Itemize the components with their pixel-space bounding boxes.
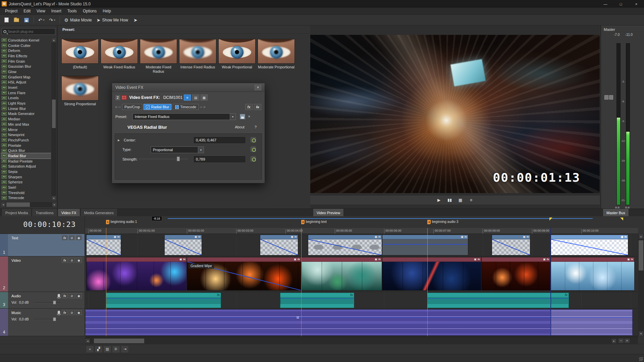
track-header-video[interactable]: 2 Video fx ⊘ ◉ [0, 256, 85, 292]
timeline-ruler[interactable]: 00:00:0000:00:01:0000:00:02:0000:00:03:0… [85, 228, 638, 234]
resize-grip[interactable] [639, 357, 643, 361]
solo-button[interactable]: ◉ [76, 293, 82, 298]
animate-center-button[interactable] [251, 137, 256, 142]
event-fx-icon[interactable]: fx [465, 236, 467, 238]
strength-slider[interactable] [139, 156, 187, 162]
track-lane-video[interactable]: ▣fx▣fxGradient Wipe▣fx▣fx▣fx▣fx [85, 256, 638, 292]
current-time-display[interactable]: 00:00:10:23 [0, 220, 76, 229]
plugin-item[interactable]: FXSepia [1, 169, 51, 174]
show-me-how-button[interactable]: ➤Show Me How [95, 16, 130, 24]
pause-button[interactable]: ▮▮ [446, 197, 453, 203]
plugin-chooser-button[interactable]: fx [245, 104, 253, 110]
volume-slider[interactable] [34, 317, 60, 321]
video-event[interactable]: ▣fx [301, 257, 382, 291]
loop-region-end-marker[interactable] [620, 218, 623, 221]
track-header-music[interactable]: 4 Music fx ⊘ ◉ Vol: 0,0 dB [0, 309, 85, 336]
event-fx-icon[interactable]: fx [350, 293, 353, 297]
plugin-item[interactable]: FXGaussian Blur [1, 64, 51, 69]
video-event[interactable]: ▣fxGradient Wipe [187, 257, 301, 291]
event-fx-icon[interactable]: fx [378, 236, 381, 238]
scroll-right-icon[interactable]: ▸ [52, 202, 57, 207]
preset-thumbnail[interactable] [258, 39, 295, 64]
solo-button[interactable]: ◉ [76, 258, 82, 263]
marker-bar[interactable]: -8:16 1beginning audio 13beginning text4… [85, 216, 638, 228]
plugin-item[interactable]: FXSwirl [1, 185, 51, 190]
plugin-item[interactable]: FXFilm Grain [1, 59, 51, 64]
save-project-button[interactable] [22, 16, 31, 24]
event-fx-icon[interactable]: fx [183, 258, 185, 261]
timeline-hscrollbar[interactable]: ◂ ▸ − + [85, 338, 638, 344]
auto-crossfade-icon[interactable]: ▞ [95, 346, 102, 352]
open-project-button[interactable] [12, 16, 21, 24]
preset-thumbnail[interactable] [61, 76, 99, 101]
scroll-left-icon[interactable]: ◂ [1, 202, 6, 207]
plugin-item[interactable]: FXPixelate [1, 143, 51, 148]
close-button[interactable]: × [629, 0, 644, 8]
plugin-item[interactable]: FXCookie Cutter [1, 43, 51, 48]
event-fx-icon[interactable]: fx [565, 293, 568, 297]
track-fx-button[interactable]: fx [62, 293, 68, 298]
event-fx-icon[interactable]: fx [547, 258, 549, 261]
dialog-close-button[interactable]: × [255, 85, 261, 90]
video-preview-screen[interactable]: 00:00:01:13 [310, 35, 600, 193]
slider-handle[interactable] [177, 157, 180, 161]
plugin-item[interactable]: FXSharpen [1, 174, 51, 180]
menu-tools[interactable]: Tools [64, 8, 80, 14]
plugin-item[interactable]: FXPinch/Punch [1, 137, 51, 143]
timecode-checkbox[interactable]: ✓ [175, 105, 179, 109]
menu-project[interactable]: Project [2, 8, 20, 14]
plugin-item[interactable]: FXGlow [1, 69, 51, 74]
dialog-title-bar[interactable]: Video Event FX × [112, 83, 265, 92]
loop-region-bar[interactable] [168, 218, 593, 219]
slider-handle[interactable] [53, 317, 56, 321]
volume-envelope-line[interactable] [428, 298, 569, 299]
event-fx-icon[interactable]: fx [117, 236, 120, 238]
slider-handle[interactable] [53, 301, 56, 304]
track-name[interactable]: Text [11, 236, 18, 240]
master-fader-left[interactable] [604, 95, 608, 100]
crop-icon[interactable]: ▣ [179, 258, 182, 261]
event-fx-icon[interactable]: fx [631, 258, 633, 261]
menu-help[interactable]: Help [100, 8, 114, 14]
search-input[interactable] [8, 29, 54, 34]
plugin-item[interactable]: FXLinear Blur [1, 106, 51, 111]
chain-pan-crop-button[interactable]: Pan/Crop [122, 104, 142, 110]
plugin-list[interactable]: FXConvolution KernelFXCookie CutterFXDef… [1, 38, 51, 201]
strength-value-field[interactable]: 0,789 [194, 156, 245, 162]
envelope-line[interactable] [492, 239, 530, 255]
scrollbar-thumb[interactable] [94, 339, 144, 343]
minimize-button[interactable]: — [598, 0, 613, 8]
preset-item[interactable]: Weak Fixed Radius [100, 39, 138, 74]
menu-options[interactable]: Options [80, 8, 100, 14]
crop-icon[interactable]: ▣ [523, 236, 526, 238]
chain-radial-blur-button[interactable]: ✓Radial Blur [144, 104, 171, 110]
tab-media-generators[interactable]: Media Generators [81, 209, 117, 217]
menu-view[interactable]: View [34, 8, 48, 14]
crop-icon[interactable]: ▣ [114, 236, 116, 238]
crop-icon[interactable]: ▣ [375, 258, 377, 261]
redo-button[interactable]: ↷▾ [47, 16, 57, 24]
about-button[interactable]: About [235, 125, 245, 129]
plugin-item[interactable]: FXLevels [1, 96, 51, 101]
volume-envelope-line[interactable] [106, 298, 221, 299]
plugin-item[interactable]: FXRadial Pixelate [1, 159, 51, 164]
scroll-left-icon[interactable]: ◂ [85, 339, 90, 344]
delete-selection-icon[interactable]: × [87, 346, 93, 352]
preset-thumbnail[interactable] [61, 39, 99, 64]
envelope-line[interactable] [382, 244, 468, 245]
zoom-in-button[interactable]: + [624, 338, 630, 343]
event-fx-icon[interactable]: fx [378, 258, 381, 261]
type-combobox[interactable]: Proportional ▼ [151, 146, 204, 153]
volume-value[interactable]: 0,0 dB [19, 317, 29, 321]
menu-insert[interactable]: Insert [48, 8, 64, 14]
video-event[interactable]: ▣fx [481, 257, 550, 291]
preset-thumbnail[interactable] [101, 39, 138, 64]
crop-icon[interactable]: ▣ [621, 236, 624, 238]
chain-timecode-button[interactable]: ✓Timecode [173, 104, 199, 110]
envelope-line[interactable] [165, 239, 202, 255]
preset-item[interactable]: Intense Fixed Radius [179, 39, 217, 74]
envelope-line[interactable] [308, 239, 382, 255]
scroll-right-icon[interactable]: ▸ [611, 339, 616, 344]
save-preset-button[interactable] [240, 114, 245, 119]
plugin-item[interactable]: FXRadial Blur [1, 153, 51, 159]
